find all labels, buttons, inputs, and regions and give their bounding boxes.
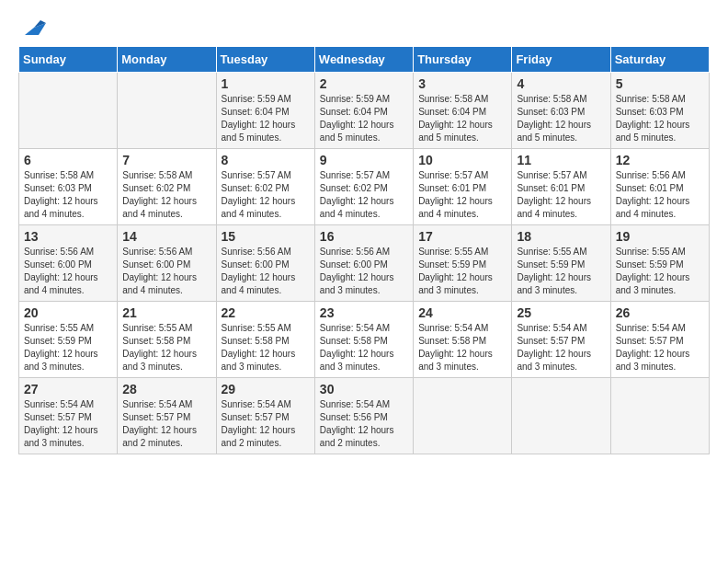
calendar-cell: 5Sunrise: 5:58 AM Sunset: 6:03 PM Daylig… bbox=[610, 73, 709, 149]
calendar-cell: 8Sunrise: 5:57 AM Sunset: 6:02 PM Daylig… bbox=[216, 149, 314, 225]
week-row-5: 27Sunrise: 5:54 AM Sunset: 5:57 PM Dayli… bbox=[19, 378, 710, 454]
week-row-4: 20Sunrise: 5:55 AM Sunset: 5:59 PM Dayli… bbox=[19, 302, 710, 378]
day-number: 15 bbox=[222, 229, 310, 244]
day-number: 11 bbox=[517, 153, 605, 167]
day-number: 22 bbox=[222, 305, 310, 320]
day-info: Sunrise: 5:56 AM Sunset: 6:00 PM Dayligh… bbox=[320, 246, 408, 297]
header-monday: Monday bbox=[118, 47, 216, 73]
day-info: Sunrise: 5:58 AM Sunset: 6:04 PM Dayligh… bbox=[418, 93, 506, 144]
calendar-cell: 19Sunrise: 5:55 AM Sunset: 5:59 PM Dayli… bbox=[610, 225, 709, 302]
day-info: Sunrise: 5:54 AM Sunset: 5:56 PM Dayligh… bbox=[320, 398, 408, 450]
day-number: 27 bbox=[24, 382, 112, 396]
day-info: Sunrise: 5:58 AM Sunset: 6:03 PM Dayligh… bbox=[24, 169, 112, 221]
calendar-cell: 20Sunrise: 5:55 AM Sunset: 5:59 PM Dayli… bbox=[19, 302, 118, 378]
calendar-cell: 10Sunrise: 5:57 AM Sunset: 6:01 PM Dayli… bbox=[414, 149, 512, 225]
day-number: 25 bbox=[517, 305, 605, 320]
day-number: 2 bbox=[320, 76, 408, 91]
day-info: Sunrise: 5:56 AM Sunset: 6:00 PM Dayligh… bbox=[122, 246, 210, 297]
calendar-cell: 25Sunrise: 5:54 AM Sunset: 5:57 PM Dayli… bbox=[512, 302, 610, 378]
day-number: 17 bbox=[418, 229, 506, 244]
calendar-cell: 24Sunrise: 5:54 AM Sunset: 5:58 PM Dayli… bbox=[414, 302, 512, 378]
day-number: 13 bbox=[24, 229, 112, 244]
day-info: Sunrise: 5:56 AM Sunset: 6:00 PM Dayligh… bbox=[222, 246, 310, 297]
day-info: Sunrise: 5:57 AM Sunset: 6:01 PM Dayligh… bbox=[418, 169, 506, 221]
day-info: Sunrise: 5:58 AM Sunset: 6:02 PM Dayligh… bbox=[122, 169, 210, 221]
calendar-cell: 29Sunrise: 5:54 AM Sunset: 5:57 PM Dayli… bbox=[216, 378, 314, 454]
calendar-cell bbox=[118, 73, 216, 149]
calendar-cell: 13Sunrise: 5:56 AM Sunset: 6:00 PM Dayli… bbox=[19, 225, 118, 302]
day-number: 18 bbox=[517, 229, 605, 244]
day-info: Sunrise: 5:59 AM Sunset: 6:04 PM Dayligh… bbox=[222, 93, 310, 144]
week-row-3: 13Sunrise: 5:56 AM Sunset: 6:00 PM Dayli… bbox=[19, 225, 710, 302]
day-number: 29 bbox=[222, 382, 310, 396]
calendar-cell: 30Sunrise: 5:54 AM Sunset: 5:56 PM Dayli… bbox=[314, 378, 413, 454]
day-info: Sunrise: 5:57 AM Sunset: 6:02 PM Dayligh… bbox=[222, 169, 310, 221]
header-row: SundayMondayTuesdayWednesdayThursdayFrid… bbox=[19, 47, 710, 73]
day-info: Sunrise: 5:55 AM Sunset: 5:59 PM Dayligh… bbox=[517, 246, 605, 297]
header-friday: Friday bbox=[512, 47, 610, 73]
day-number: 5 bbox=[616, 76, 704, 91]
day-number: 20 bbox=[24, 305, 112, 320]
day-info: Sunrise: 5:55 AM Sunset: 5:58 PM Dayligh… bbox=[122, 322, 210, 373]
day-number: 7 bbox=[122, 153, 210, 167]
calendar-cell: 18Sunrise: 5:55 AM Sunset: 5:59 PM Dayli… bbox=[512, 225, 610, 302]
calendar-cell: 2Sunrise: 5:59 AM Sunset: 6:04 PM Daylig… bbox=[314, 73, 413, 149]
calendar-cell: 23Sunrise: 5:54 AM Sunset: 5:58 PM Dayli… bbox=[314, 302, 413, 378]
day-info: Sunrise: 5:58 AM Sunset: 6:03 PM Dayligh… bbox=[616, 93, 704, 144]
calendar-cell bbox=[414, 378, 512, 454]
calendar-cell: 9Sunrise: 5:57 AM Sunset: 6:02 PM Daylig… bbox=[314, 149, 413, 225]
calendar-cell: 14Sunrise: 5:56 AM Sunset: 6:00 PM Dayli… bbox=[118, 225, 216, 302]
day-info: Sunrise: 5:58 AM Sunset: 6:03 PM Dayligh… bbox=[517, 93, 605, 144]
day-number: 30 bbox=[320, 382, 408, 396]
page-header bbox=[18, 18, 710, 37]
day-info: Sunrise: 5:55 AM Sunset: 5:58 PM Dayligh… bbox=[222, 322, 310, 373]
calendar-cell: 17Sunrise: 5:55 AM Sunset: 5:59 PM Dayli… bbox=[414, 225, 512, 302]
calendar-cell: 27Sunrise: 5:54 AM Sunset: 5:57 PM Dayli… bbox=[19, 378, 118, 454]
day-number: 6 bbox=[24, 153, 112, 167]
day-number: 28 bbox=[122, 382, 210, 396]
day-info: Sunrise: 5:54 AM Sunset: 5:57 PM Dayligh… bbox=[222, 398, 310, 450]
day-number: 19 bbox=[616, 229, 704, 244]
day-number: 26 bbox=[616, 305, 704, 320]
day-number: 10 bbox=[418, 153, 506, 167]
calendar-cell: 7Sunrise: 5:58 AM Sunset: 6:02 PM Daylig… bbox=[118, 149, 216, 225]
calendar-cell: 28Sunrise: 5:54 AM Sunset: 5:57 PM Dayli… bbox=[118, 378, 216, 454]
week-row-1: 1Sunrise: 5:59 AM Sunset: 6:04 PM Daylig… bbox=[19, 73, 710, 149]
calendar-cell: 26Sunrise: 5:54 AM Sunset: 5:57 PM Dayli… bbox=[610, 302, 709, 378]
day-number: 24 bbox=[418, 305, 506, 320]
calendar-cell bbox=[512, 378, 610, 454]
calendar-cell: 16Sunrise: 5:56 AM Sunset: 6:00 PM Dayli… bbox=[314, 225, 413, 302]
day-info: Sunrise: 5:54 AM Sunset: 5:57 PM Dayligh… bbox=[122, 398, 210, 450]
calendar-cell: 4Sunrise: 5:58 AM Sunset: 6:03 PM Daylig… bbox=[512, 73, 610, 149]
calendar-cell: 1Sunrise: 5:59 AM Sunset: 6:04 PM Daylig… bbox=[216, 73, 314, 149]
day-info: Sunrise: 5:54 AM Sunset: 5:58 PM Dayligh… bbox=[320, 322, 408, 373]
calendar-cell: 21Sunrise: 5:55 AM Sunset: 5:58 PM Dayli… bbox=[118, 302, 216, 378]
calendar-cell bbox=[610, 378, 709, 454]
calendar-cell: 3Sunrise: 5:58 AM Sunset: 6:04 PM Daylig… bbox=[414, 73, 512, 149]
calendar-cell: 11Sunrise: 5:57 AM Sunset: 6:01 PM Dayli… bbox=[512, 149, 610, 225]
day-number: 16 bbox=[320, 229, 408, 244]
day-info: Sunrise: 5:55 AM Sunset: 5:59 PM Dayligh… bbox=[418, 246, 506, 297]
header-saturday: Saturday bbox=[610, 47, 709, 73]
calendar-cell: 12Sunrise: 5:56 AM Sunset: 6:01 PM Dayli… bbox=[610, 149, 709, 225]
day-info: Sunrise: 5:54 AM Sunset: 5:57 PM Dayligh… bbox=[24, 398, 112, 450]
week-row-2: 6Sunrise: 5:58 AM Sunset: 6:03 PM Daylig… bbox=[19, 149, 710, 225]
header-thursday: Thursday bbox=[414, 47, 512, 73]
header-tuesday: Tuesday bbox=[216, 47, 314, 73]
day-info: Sunrise: 5:56 AM Sunset: 6:01 PM Dayligh… bbox=[616, 169, 704, 221]
day-number: 12 bbox=[616, 153, 704, 167]
calendar-body: 1Sunrise: 5:59 AM Sunset: 6:04 PM Daylig… bbox=[19, 73, 710, 454]
day-number: 8 bbox=[222, 153, 310, 167]
calendar-cell: 15Sunrise: 5:56 AM Sunset: 6:00 PM Dayli… bbox=[216, 225, 314, 302]
calendar-header: SundayMondayTuesdayWednesdayThursdayFrid… bbox=[19, 47, 710, 73]
calendar-cell: 22Sunrise: 5:55 AM Sunset: 5:58 PM Dayli… bbox=[216, 302, 314, 378]
logo-icon bbox=[20, 18, 48, 37]
day-info: Sunrise: 5:54 AM Sunset: 5:57 PM Dayligh… bbox=[517, 322, 605, 373]
day-number: 21 bbox=[122, 305, 210, 320]
header-wednesday: Wednesday bbox=[314, 47, 413, 73]
calendar-table: SundayMondayTuesdayWednesdayThursdayFrid… bbox=[18, 46, 710, 454]
day-info: Sunrise: 5:54 AM Sunset: 5:58 PM Dayligh… bbox=[418, 322, 506, 373]
logo bbox=[18, 18, 48, 37]
day-info: Sunrise: 5:57 AM Sunset: 6:01 PM Dayligh… bbox=[517, 169, 605, 221]
day-number: 9 bbox=[320, 153, 408, 167]
